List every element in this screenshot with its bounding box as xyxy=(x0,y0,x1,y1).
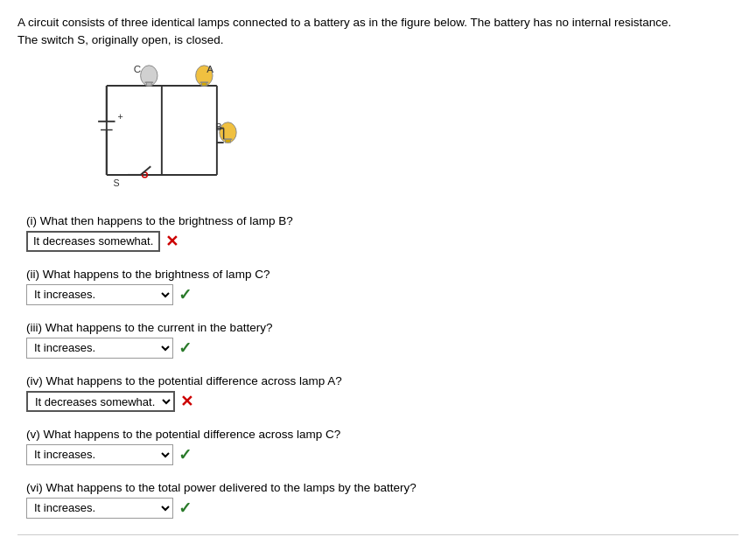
problem-text: A circuit consists of three identical la… xyxy=(18,14,682,50)
question-v-select[interactable]: It increases. It decreases somewhat. It … xyxy=(26,444,173,465)
question-vi-block: (vi) What happens to the total power del… xyxy=(26,481,738,519)
question-vi-select[interactable]: It increases. It decreases somewhat. It … xyxy=(26,498,173,519)
question-vi-status-icon: ✓ xyxy=(178,499,192,518)
question-i-answer-text: It decreases somewhat. xyxy=(26,231,160,252)
question-v-answer-row: It increases. It decreases somewhat. It … xyxy=(26,444,738,465)
svg-text:B: B xyxy=(215,120,222,131)
question-vi-label: (vi) What happens to the total power del… xyxy=(26,481,738,494)
question-iii-label: (iii) What happens to the current in the… xyxy=(26,321,738,334)
question-iii-block: (iii) What happens to the current in the… xyxy=(26,321,738,359)
question-iii-select[interactable]: It increases. It decreases somewhat. It … xyxy=(26,338,173,359)
svg-line-13 xyxy=(141,166,151,175)
question-iii-status-icon: ✓ xyxy=(178,338,192,358)
svg-text:A: A xyxy=(206,62,214,73)
question-iv-label: (iv) What happens to the potential diffe… xyxy=(26,374,738,387)
question-iv-block: (iv) What happens to the potential diffe… xyxy=(26,374,738,412)
question-i-block: (i) What then happens to the brightness … xyxy=(26,214,738,252)
svg-text:S: S xyxy=(114,177,120,187)
question-v-label: (v) What happens to the potential differ… xyxy=(26,428,738,441)
question-vi-answer-row: It increases. It decreases somewhat. It … xyxy=(26,498,738,519)
question-i-answer-row: It decreases somewhat. ✕ xyxy=(26,231,738,252)
question-iv-status-icon: ✕ xyxy=(180,392,193,411)
question-ii-label: (ii) What happens to the brightness of l… xyxy=(26,268,738,281)
question-v-status-icon: ✓ xyxy=(178,445,192,464)
question-ii-status-icon: ✓ xyxy=(178,285,192,304)
circuit-diagram: + S C A B xyxy=(70,60,245,200)
question-ii-select[interactable]: It increases. It decreases somewhat. It … xyxy=(26,284,173,305)
question-iii-answer-row: It increases. It decreases somewhat. It … xyxy=(26,338,738,359)
question-ii-answer-row: It increases. It decreases somewhat. It … xyxy=(26,284,738,305)
question-ii-block: (ii) What happens to the brightness of l… xyxy=(26,268,738,305)
question-i-status-icon: ✕ xyxy=(165,232,178,251)
question-i-label: (i) What then happens to the brightness … xyxy=(26,214,738,227)
svg-text:C: C xyxy=(134,62,141,73)
svg-rect-21 xyxy=(201,82,206,86)
question-iv-answer-row: It decreases somewhat. It increases. It … xyxy=(26,391,738,412)
question-iv-select[interactable]: It decreases somewhat. It increases. It … xyxy=(26,391,175,412)
submit-bar: Submit Answer xyxy=(18,534,738,538)
question-v-block: (v) What happens to the potential differ… xyxy=(26,428,738,465)
questions-container: (i) What then happens to the brightness … xyxy=(26,214,738,519)
svg-text:+: + xyxy=(117,110,122,121)
svg-rect-17 xyxy=(146,82,151,86)
svg-rect-25 xyxy=(226,139,231,143)
